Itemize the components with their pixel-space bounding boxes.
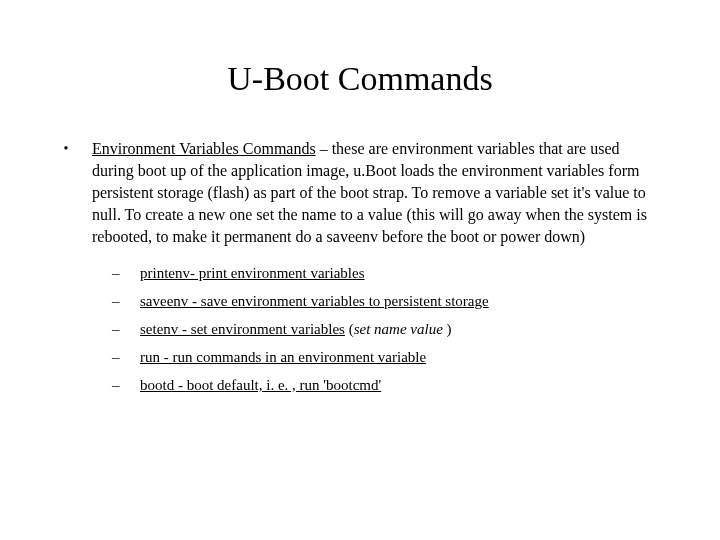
list-item: – run - run commands in an environment v… (112, 346, 660, 368)
subitem-tail-post: ) (447, 321, 452, 337)
subitem-text: printenv- print environment variables (140, 262, 365, 284)
bullet-sep: – (316, 140, 332, 157)
subitem-link[interactable]: saveenv - save environment variables to … (140, 293, 489, 309)
sublist: – printenv- print environment variables … (112, 262, 660, 396)
subitem-tail-pre: ( (345, 321, 354, 337)
list-item: – bootd - boot default, i. e. , run 'boo… (112, 374, 660, 396)
dash-icon: – (112, 262, 122, 284)
list-item: – setenv - set environment variables (se… (112, 318, 660, 340)
dash-icon: – (112, 346, 122, 368)
slide: U-Boot Commands • Environment Variables … (0, 0, 720, 540)
subitem-link[interactable]: bootd - boot default, i. e. , run 'bootc… (140, 377, 381, 393)
dash-icon: – (112, 318, 122, 340)
dash-icon: – (112, 374, 122, 396)
subitem-text: run - run commands in an environment var… (140, 346, 426, 368)
subitem-text: bootd - boot default, i. e. , run 'bootc… (140, 374, 381, 396)
dash-icon: – (112, 290, 122, 312)
page-title: U-Boot Commands (60, 60, 660, 98)
subitem-link[interactable]: printenv- print environment variables (140, 265, 365, 281)
subitem-link[interactable]: run - run commands in an environment var… (140, 349, 426, 365)
list-item: – saveenv - save environment variables t… (112, 290, 660, 312)
list-item: – printenv- print environment variables (112, 262, 660, 284)
subitem-text: setenv - set environment variables (set … (140, 318, 452, 340)
subitem-text: saveenv - save environment variables to … (140, 290, 489, 312)
bullet-dot-icon: • (60, 138, 72, 160)
subitem-link[interactable]: setenv - set environment variables (140, 321, 345, 337)
subitem-tail-ital: set name value (354, 321, 447, 337)
bullet-item: • Environment Variables Commands – these… (60, 138, 660, 402)
bullet-lead: Environment Variables Commands (92, 140, 316, 157)
bullet-body: Environment Variables Commands – these a… (92, 138, 660, 402)
